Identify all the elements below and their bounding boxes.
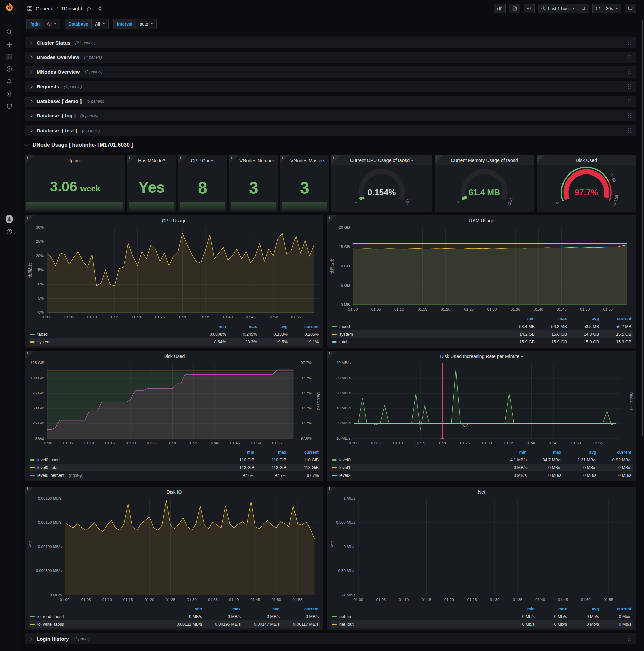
panel-info-icon[interactable] (25, 487, 34, 495)
row-database-demo[interactable]: Database: [ demo ](5 panels) (25, 96, 636, 107)
legend-series-toggle[interactable]: level0 (332, 458, 492, 462)
row-drag-handle[interactable] (627, 636, 632, 642)
user-avatar[interactable] (6, 215, 13, 223)
legend-series-toggle[interactable]: level0_used (30, 458, 222, 462)
panel-title[interactable]: Disk IO (35, 489, 313, 495)
panel-info-icon[interactable] (25, 351, 34, 360)
legend-series-toggle[interactable]: level0_total (30, 465, 222, 470)
panel-info-icon[interactable] (179, 155, 187, 164)
panel-info-icon[interactable] (127, 155, 136, 164)
legend-series-toggle[interactable]: io_write_taosd (30, 622, 163, 627)
page-scrollbar[interactable] (642, 20, 643, 436)
panel-info-icon[interactable] (331, 155, 340, 164)
legend-series-toggle[interactable]: system (30, 340, 195, 344)
panel-title[interactable]: Uptime (35, 158, 115, 163)
row-cluster-status[interactable]: Cluster Status(21 panels) (25, 37, 636, 48)
panel-title[interactable]: Disk Used (35, 354, 313, 359)
dashboard-settings-button[interactable] (523, 4, 535, 13)
dashboards-icon[interactable] (6, 53, 13, 60)
panel-info-icon[interactable] (327, 351, 336, 360)
row-drag-handle[interactable] (627, 84, 632, 90)
panel-info-icon[interactable] (327, 215, 336, 224)
row-drag-handle[interactable] (627, 113, 632, 119)
zoom-out-button[interactable] (578, 4, 589, 13)
legend-value: 0 MB/s (561, 473, 597, 478)
row-database-log[interactable]: Database: [ log ](5 panels) (25, 110, 636, 121)
panel-title[interactable]: Has MNode? (137, 158, 166, 163)
legend-value: 0 MB/s (561, 465, 597, 470)
variable-interval-value[interactable]: auto (136, 19, 157, 29)
variable-fqdn-value[interactable]: All (43, 19, 60, 29)
row-drag-handle[interactable] (627, 69, 632, 75)
gauge-axis-label: 75 (608, 172, 614, 178)
row-drag-handle[interactable] (627, 40, 632, 46)
x-axis-tick: 01:25 (467, 598, 477, 602)
legend-series-toggle[interactable]: level0_percent(right-y) (30, 473, 222, 478)
row-drag-handle[interactable] (627, 98, 632, 104)
panel-title[interactable]: VNodes Masters (290, 158, 319, 163)
x-axis-tick: 01:10 (87, 315, 97, 319)
legend-series-toggle[interactable]: system (332, 332, 503, 337)
panel-title[interactable]: VNodes Number (239, 158, 268, 163)
legend-series-toggle[interactable]: level1 (332, 465, 492, 470)
save-dashboard-button[interactable] (509, 4, 520, 13)
refresh-button[interactable] (592, 4, 604, 13)
row-mnodes-overview[interactable]: MNodes Overview(2 panels) (25, 66, 636, 78)
breadcrumb-dashboard-title[interactable]: TDinsight (61, 6, 82, 11)
grafana-logo-icon[interactable] (4, 2, 15, 13)
add-plus-icon[interactable] (6, 41, 13, 48)
explore-compass-icon[interactable] (6, 65, 13, 73)
configuration-gear-icon[interactable] (6, 90, 13, 98)
panel-info-icon[interactable] (25, 215, 34, 224)
panel-title[interactable]: Current CPU Usage of taosd (342, 158, 422, 163)
share-icon[interactable] (96, 5, 103, 12)
stat-value: 3 (229, 180, 278, 196)
add-panel-button[interactable] (494, 4, 506, 13)
help-icon[interactable] (6, 228, 13, 235)
star-icon[interactable] (85, 5, 93, 12)
legend-series-toggle[interactable]: taosd (332, 324, 503, 329)
search-icon[interactable] (6, 28, 13, 36)
panel-title[interactable]: CPU Cores (189, 158, 217, 163)
chart-plot-area (354, 363, 620, 439)
x-axis-tick: 01:30 (482, 441, 492, 445)
variable-database-value[interactable]: All (91, 19, 108, 29)
x-axis-tick: 01:25 (155, 315, 165, 319)
server-admin-shield-icon[interactable] (6, 103, 13, 110)
panel-info-icon[interactable] (229, 155, 238, 164)
legend-series-toggle[interactable]: io_read_taosd (30, 614, 163, 619)
panel-info-icon[interactable] (281, 155, 289, 164)
panel-title[interactable]: CPU Usage (35, 218, 313, 223)
row-database-test[interactable]: Database: [ test ](5 panels) (25, 125, 636, 136)
alerting-bell-icon[interactable] (6, 78, 13, 85)
row-dnodes-overview[interactable]: DNodes Overview(4 panels) (25, 52, 636, 63)
row-title: Database: [ demo ] (37, 98, 82, 104)
panel-info-icon[interactable] (25, 155, 34, 164)
legend-series-toggle[interactable]: level2 (332, 473, 492, 478)
panel-title[interactable]: Current Memory Usage of taosd (445, 158, 524, 163)
x-axis-tick: 01:20 (441, 307, 450, 311)
kiosk-mode-button[interactable] (624, 4, 636, 13)
row-drag-handle[interactable] (627, 54, 632, 60)
legend-series-toggle[interactable]: taosd (30, 332, 195, 337)
row-login-history[interactable]: Login History(1 panel) (25, 633, 636, 644)
panel-info-icon[interactable] (537, 155, 545, 164)
x-axis-tick: 01:40 (526, 441, 536, 445)
row-dnode-usage[interactable]: DNode Usage [ huolinhe-TM1701:6030 ] (25, 139, 636, 151)
time-range-picker[interactable]: Last 1 hour (538, 4, 578, 13)
legend-series-toggle[interactable]: net_in (332, 614, 503, 619)
panel-info-icon[interactable] (435, 155, 443, 164)
breadcrumb-section[interactable]: General (36, 6, 53, 11)
refresh-interval-picker[interactable]: 30s (604, 4, 621, 13)
panel-title[interactable]: RAM Usage (337, 218, 626, 223)
row-drag-handle[interactable] (627, 127, 632, 133)
panel-info-icon[interactable] (327, 487, 336, 495)
legend-series-toggle[interactable]: total (332, 340, 503, 344)
x-axis-tick: 01:35 (208, 598, 218, 602)
y2-axis-tick: 97.7% (300, 376, 312, 380)
panel-title[interactable]: Disk Used Increasing Rate per Minute (337, 354, 626, 359)
panel-title[interactable]: Net (337, 489, 626, 495)
legend-series-toggle[interactable]: net_out (332, 622, 503, 627)
panel-title[interactable]: Disk Used (547, 158, 626, 163)
row-requests[interactable]: Requests(4 panels) (25, 81, 636, 92)
